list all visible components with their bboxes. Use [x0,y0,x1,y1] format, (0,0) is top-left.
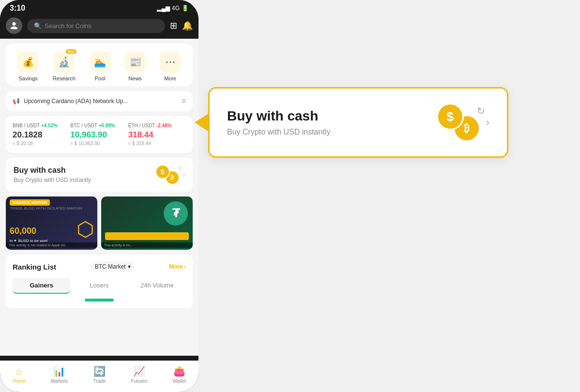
news-icon: 📰 [129,56,141,68]
research-icon: 🔬 [58,56,70,68]
status-bar: 3:10 ▂▄▆ 4G 🔋 [0,0,198,15]
network-label: 4G [172,5,180,12]
pool-icon: 🏊 [94,56,106,68]
status-icons: ▂▄▆ 4G 🔋 [157,5,189,12]
nav-trade[interactable]: 🔄 Trade [93,365,106,384]
promo-banner-tether[interactable]: ₮ This activity is no... [101,196,193,250]
trade-label: Trade [93,378,106,384]
more-icon: ⋯ [165,56,176,68]
futures-label: Futures [131,378,147,384]
ranking-more-label: More [169,263,183,270]
callout-info: Buy with cash Buy Crypto with USD instan… [227,108,330,136]
tab-losers[interactable]: Losers [70,278,128,294]
coin-stack: $ ₿ ↻ [155,165,180,185]
notification-icon[interactable]: 🔔 [182,20,193,31]
ranking-title: Ranking List [13,263,56,271]
search-icon: 🔍 [34,22,42,30]
ranking-section: Ranking List BTC Market ▾ More › Gainers… [6,255,193,308]
promo-banners: BINANCE MARGIN TRADE BUSD WITH ISOLATED … [6,196,193,250]
promo-amount: 60,000 [10,226,36,236]
callout-card[interactable]: Buy with cash Buy Crypto with USD instan… [208,87,508,158]
wallet-icon: 👛 [173,365,185,377]
eth-price: 318.44 [128,130,186,140]
avatar[interactable] [6,17,22,34]
bnb-pair: BNB / USDT +4.52% [13,123,70,128]
btc-pair: BTC / USDT +6.89% [70,123,128,128]
callout-dollar-coin: $ [437,103,464,130]
signal-icon: ▂▄▆ [157,5,170,12]
nav-home[interactable]: ⌂ Home [13,366,26,384]
btc-price: 10,963.90 [70,130,128,140]
search-area: 🔍 Search for Coins ⊞ 🔔 [0,15,198,39]
callout-title: Buy with cash [227,108,330,124]
announcement-text: 📢 Upcoming Cardano (ADA) Network Up... [13,98,128,105]
btc-usd: ≈ $ 10,963.90 [70,141,128,146]
callout-refresh-icon: ↻ [477,105,485,117]
promo-banner-margin[interactable]: BINANCE MARGIN TRADE BUSD WITH ISOLATED … [6,196,97,250]
wallet-label: Wallet [172,378,185,384]
quick-nav-card: 💰 Savings 🔬 New Research 🏊 Pool [6,44,193,86]
announcement-menu-icon[interactable]: ≡ [182,97,186,106]
callout-coins: $ ₿ ↻ [437,103,480,142]
phone-frame: 3:10 ▂▄▆ 4G 🔋 🔍 Search for Coins ⊞ 🔔 [0,0,198,392]
dropdown-icon: ▾ [128,263,131,270]
bottom-nav: ⌂ Home 📊 Markets 🔄 Trade 📈 Futures 👛 Wal… [0,361,198,392]
tab-24h-volume[interactable]: 24h Volume [128,278,186,294]
status-time: 3:10 [10,4,25,13]
promo-disclaimer: This activity is not related to Apple In… [6,242,97,248]
buy-cash-subtitle: Buy Crypto with USD instantly [14,177,91,183]
megaphone-icon: 📢 [13,98,20,105]
callout-subtitle: Buy Crypto with USD instantly [227,128,330,136]
buy-cash-card[interactable]: Buy with cash Buy Crypto with USD instan… [6,158,193,192]
ticker-bnb: BNB / USDT +4.52% 20.1828 ≈ $ 20.18 [13,123,70,146]
nav-pool[interactable]: 🏊 Pool [90,51,111,81]
nav-markets[interactable]: 📊 Markets [51,365,68,384]
callout-arrow [195,114,208,131]
markets-icon: 📊 [53,365,65,377]
futures-icon: 📈 [133,365,145,377]
markets-label: Markets [51,378,68,384]
nav-futures[interactable]: 📈 Futures [131,365,147,384]
search-placeholder: Search for Coins [45,22,92,30]
promo-disclaimer-2: This activity is no... [101,242,193,248]
news-label: News [128,75,142,81]
buy-cash-right: $ ₿ ↻ › [155,165,185,185]
scan-icon[interactable]: ⊞ [170,20,177,31]
ranking-market-label: BTC Market [95,263,126,270]
callout-container: Buy with cash Buy Crypto with USD instan… [208,87,508,158]
chevron-right-icon: › [183,170,185,179]
callout-chevron-icon: › [486,116,489,129]
quick-nav-items: 💰 Savings 🔬 New Research 🏊 Pool [11,51,188,81]
savings-icon: 💰 [22,56,34,68]
bnb-price: 20.1828 [13,130,70,140]
promo-badge: BINANCE MARGIN [10,199,50,206]
nav-more[interactable]: ⋯ More [160,51,181,81]
refresh-icon: ↻ [178,166,183,172]
ranking-tabs: Gainers Losers 24h Volume [13,278,186,294]
nav-research[interactable]: 🔬 New Research [53,51,76,81]
tab-gainers[interactable]: Gainers [13,278,70,294]
home-icon: ⌂ [16,366,22,377]
eth-usd: ≈ $ 318.44 [128,141,186,146]
eth-pair: ETH / USDT -2.48% [128,123,186,128]
bnb-usd: ≈ $ 20.18 [13,141,70,146]
more-label: More [164,75,176,81]
buy-cash-title: Buy with cash [14,166,91,175]
buy-cash-info: Buy with cash Buy Crypto with USD instan… [14,166,91,183]
promo-coin-icon: ⬡ [76,217,94,241]
research-badge: New [66,49,76,54]
announcement-bar[interactable]: 📢 Upcoming Cardano (ADA) Network Up... ≡ [6,91,193,111]
promo-text: TRADE BUSD WITH ISOLATED MARGIN [10,206,82,211]
nav-wallet[interactable]: 👛 Wallet [172,365,185,384]
nav-savings[interactable]: 💰 Savings [17,51,39,81]
price-ticker: BNB / USDT +4.52% 20.1828 ≈ $ 20.18 BTC … [6,116,193,153]
nav-news[interactable]: 📰 News [124,51,146,81]
ticker-btc: BTC / USDT +6.89% 10,963.90 ≈ $ 10,963.9… [70,123,128,146]
ranking-market-selector[interactable]: BTC Market ▾ [91,261,135,272]
savings-label: Savings [19,75,38,81]
trade-icon: 🔄 [93,365,106,377]
ticker-eth: ETH / USDT -2.48% 318.44 ≈ $ 318.44 [128,123,186,146]
search-bar[interactable]: 🔍 Search for Coins [27,19,165,33]
ranking-more-button[interactable]: More › [169,263,186,270]
ranking-header: Ranking List BTC Market ▾ More › [13,261,186,272]
